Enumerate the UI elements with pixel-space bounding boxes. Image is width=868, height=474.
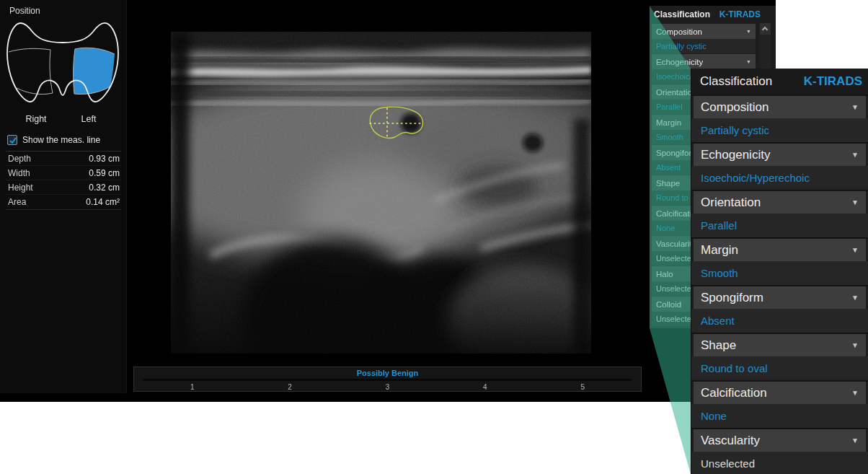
dropdown-label: Margin	[656, 118, 681, 127]
risk-scale-ticks: 12345	[143, 382, 632, 392]
dropdown-echogenicity[interactable]: Echogenicity▼	[652, 54, 756, 69]
classification-group-spongiform: Spongiform▼Absent	[691, 285, 868, 333]
selected-value-margin: Smooth	[691, 261, 868, 285]
measurement-row: Height0.32 cm	[6, 180, 121, 195]
dropdown-vascularity[interactable]: Vascularity▼	[694, 429, 866, 452]
show-meas-line-checkbox[interactable]	[7, 135, 17, 145]
measurement-row: Depth0.93 cm	[6, 152, 121, 166]
dropdown-label: Calcification	[701, 386, 767, 400]
dropdown-label: Shape	[656, 179, 680, 188]
classification-group-calcification: Calcification▼None	[691, 380, 868, 428]
dropdown-label: Halo	[656, 270, 673, 278]
dropdown-label: Spongiform	[701, 291, 763, 305]
scale-tick: 4	[483, 383, 487, 391]
chevron-down-icon: ▼	[851, 246, 859, 254]
classification-group-composition: Composition▼Partially cystic	[691, 95, 868, 142]
selected-value-shape: Round to oval	[691, 356, 868, 380]
measurement-list: Depth0.93 cmWidth0.59 cmHeight0.32 cmAre…	[6, 151, 121, 210]
selected-value-spongiform: Absent	[691, 309, 868, 333]
measurement-label: Width	[6, 168, 30, 178]
chevron-up-icon	[762, 27, 768, 32]
position-panel-title: Position	[9, 6, 40, 16]
classification-group-echogenicity: Echogenicity▼Isoechoic/Hyperechoic	[691, 142, 868, 190]
main-ui-background: Position Right Left	[0, 0, 776, 402]
show-meas-line-label: Show the meas. line	[22, 135, 100, 145]
selected-value-composition: Partially cystic	[691, 118, 868, 142]
classification-group-shape: Shape▼Round to oval	[691, 333, 868, 380]
measurement-label: Depth	[6, 154, 31, 164]
classification-title: Classification	[654, 9, 710, 19]
chevron-down-icon: ▼	[746, 29, 751, 34]
app-window: Position Right Left	[0, 0, 868, 474]
selected-value-orientation: Parallel	[691, 214, 868, 237]
position-panel: Position Right Left	[0, 0, 127, 393]
dropdown-echogenicity[interactable]: Echogenicity▼	[694, 144, 866, 166]
classification-group-orientation: Orientation▼Parallel	[691, 190, 868, 237]
dropdown-label: Margin	[701, 243, 738, 258]
right-lobe-label: Right	[16, 114, 56, 124]
dropdown-composition[interactable]: Composition▼	[652, 24, 756, 39]
scale-tick: 1	[190, 383, 195, 391]
measurement-value: 0.59 cm	[89, 168, 121, 178]
chevron-down-icon: ▼	[851, 151, 859, 159]
checkmark-icon	[9, 136, 17, 145]
scale-tick: 3	[386, 383, 390, 391]
classification-group-vascularity: Vascularity▼Unselected	[691, 428, 868, 474]
selected-value-calcification: None	[691, 404, 868, 428]
ultrasound-image[interactable]	[171, 32, 591, 354]
dropdown-label: Vascularity	[701, 434, 760, 448]
chevron-down-icon: ▼	[851, 198, 859, 206]
dropdown-label: Composition	[701, 100, 769, 115]
classification-group-margin: Margin▼Smooth	[691, 237, 868, 285]
risk-scale-result-label: Possibly Benign	[134, 369, 641, 377]
dropdown-calcification[interactable]: Calcification▼	[694, 382, 866, 404]
scroll-up-button[interactable]	[760, 23, 771, 35]
chevron-down-icon: ▼	[851, 103, 859, 111]
classification-title: Classification	[700, 74, 772, 89]
risk-scale-bar: Possibly Benign 12345	[133, 367, 642, 392]
dropdown-label: Echogenicity	[701, 148, 770, 162]
tirads-system-label: K-TIRADS	[719, 9, 761, 19]
measurement-label: Area	[6, 197, 26, 207]
classification-panel-zoomed: Classification K-TIRADS Composition▼Part…	[691, 69, 868, 474]
scale-tick: 2	[288, 383, 292, 391]
chevron-down-icon: ▼	[851, 389, 859, 397]
classification-group-composition: Composition▼Partially cystic	[652, 24, 756, 53]
scale-tick: 5	[580, 383, 585, 391]
dropdown-margin[interactable]: Margin▼	[694, 239, 866, 261]
chevron-down-icon: ▼	[851, 294, 859, 302]
measurement-row: Width0.59 cm	[6, 166, 121, 180]
dropdown-label: Echogenicity	[656, 58, 703, 66]
measurement-value: 0.14 cm²	[86, 197, 121, 207]
measurement-row: Area0.14 cm²	[6, 195, 121, 209]
chevron-down-icon: ▼	[746, 59, 751, 64]
dropdown-spongiform[interactable]: Spongiform▼	[694, 286, 866, 309]
left-lobe-label: Left	[68, 114, 109, 124]
dropdown-composition[interactable]: Composition▼	[694, 96, 866, 118]
measurement-label: Height	[6, 183, 33, 193]
dropdown-orientation[interactable]: Orientation▼	[694, 191, 866, 214]
dropdown-label: Composition	[656, 27, 702, 36]
risk-scale-track	[143, 379, 632, 381]
dropdown-label: Colloid	[656, 300, 681, 309]
dropdown-label: Orientation	[701, 196, 761, 210]
measurement-value: 0.32 cm	[89, 183, 121, 193]
chevron-down-icon: ▼	[851, 436, 859, 444]
chevron-down-icon: ▼	[851, 341, 859, 349]
measurement-value: 0.93 cm	[89, 154, 121, 164]
tirads-system-label: K-TIRADS	[804, 74, 862, 89]
dropdown-shape[interactable]: Shape▼	[694, 334, 866, 356]
thyroid-position-diagram[interactable]	[5, 22, 122, 110]
selected-value-composition: Partially cystic	[652, 39, 756, 53]
dropdown-label: Shape	[701, 338, 736, 353]
selected-value-vascularity: Unselected	[691, 452, 868, 474]
selected-value-echogenicity: Isoechoic/Hyperechoic	[691, 166, 868, 190]
